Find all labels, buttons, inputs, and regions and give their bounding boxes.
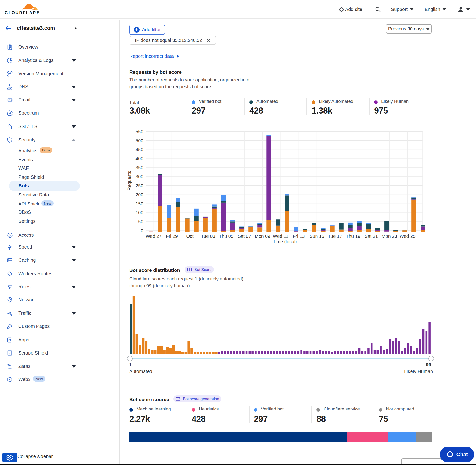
svg-text:250: 250: [136, 183, 143, 188]
svg-text:450: 450: [136, 147, 143, 152]
svg-text:Fri 13: Fri 13: [293, 233, 305, 239]
svg-text:500: 500: [136, 138, 143, 143]
svg-text:Sat 07: Sat 07: [238, 233, 251, 239]
svg-text:Fri 29: Fri 29: [166, 233, 178, 239]
svg-text:Thu 05: Thu 05: [219, 233, 233, 239]
svg-text:150: 150: [136, 201, 143, 206]
svg-text:350: 350: [136, 165, 143, 170]
svg-text:300: 300: [136, 174, 143, 179]
svg-text:Sun 15: Sun 15: [309, 233, 324, 239]
svg-text:200: 200: [136, 192, 143, 197]
svg-text:Tue 03: Tue 03: [201, 233, 215, 239]
svg-text:Requests: Requests: [127, 171, 132, 191]
svg-text:Thu 19: Thu 19: [346, 233, 360, 239]
svg-text:Oct: Oct: [186, 233, 194, 239]
svg-text:100: 100: [136, 210, 143, 215]
svg-text:400: 400: [136, 156, 143, 161]
svg-text:Wed 27: Wed 27: [146, 233, 162, 239]
svg-text:Wed 25: Wed 25: [400, 233, 415, 239]
svg-text:Time (local): Time (local): [273, 239, 297, 244]
svg-text:0: 0: [141, 228, 143, 233]
svg-text:50: 50: [138, 219, 143, 224]
svg-text:Wed 11: Wed 11: [273, 233, 288, 239]
svg-text:Mon 23: Mon 23: [382, 233, 397, 239]
svg-text:Mon 09: Mon 09: [255, 233, 270, 239]
svg-text:550: 550: [136, 129, 143, 134]
svg-text:Sat 21: Sat 21: [365, 233, 378, 239]
svg-text:Tue 17: Tue 17: [328, 233, 342, 239]
